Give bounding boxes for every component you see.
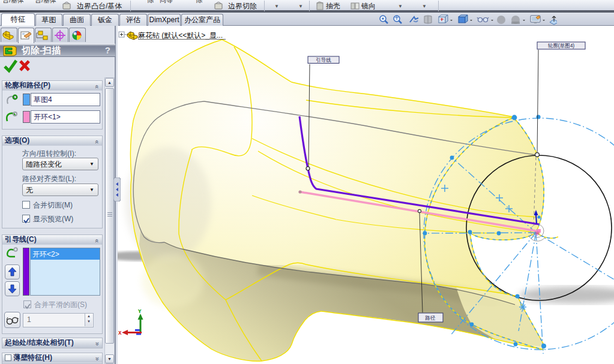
svg-text:麻花钻 (默认<<默认>_显...: 麻花钻 (默认<<默认>_显... (138, 31, 223, 40)
svg-text:引导线: 引导线 (316, 57, 331, 63)
svg-text:X: X (118, 330, 122, 336)
svg-text:Y: Y (138, 309, 142, 315)
svg-text:轮廓(草图4): 轮廓(草图4) (548, 43, 575, 49)
svg-text:路径: 路径 (425, 315, 436, 321)
